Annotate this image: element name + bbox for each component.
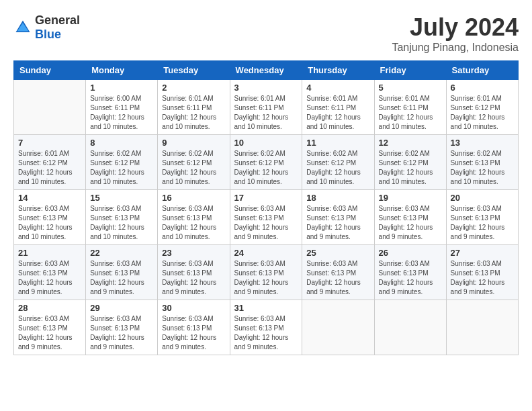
sunset-text: Sunset: 6:13 PM xyxy=(451,214,500,222)
day-info: Sunrise: 6:03 AM Sunset: 6:13 PM Dayligh… xyxy=(306,259,369,297)
daylight-text: Daylight: 12 hours and 10 minutes. xyxy=(18,224,73,240)
day-number: 13 xyxy=(451,138,514,148)
day-number: 31 xyxy=(234,303,298,313)
day-info: Sunrise: 6:02 AM Sunset: 6:12 PM Dayligh… xyxy=(234,149,298,187)
sunset-text: Sunset: 6:13 PM xyxy=(306,214,356,222)
day-number: 27 xyxy=(451,248,514,258)
calendar-week-5: 28 Sunrise: 6:03 AM Sunset: 6:13 PM Dayl… xyxy=(14,300,519,355)
daylight-text: Daylight: 12 hours and 10 minutes. xyxy=(90,169,144,185)
header-monday: Monday xyxy=(86,61,158,80)
daylight-text: Daylight: 12 hours and 10 minutes. xyxy=(306,113,361,130)
logo-icon xyxy=(13,18,32,37)
day-number: 9 xyxy=(162,138,225,148)
daylight-text: Daylight: 12 hours and 10 minutes. xyxy=(162,224,216,240)
daylight-text: Daylight: 12 hours and 9 minutes. xyxy=(451,224,505,240)
day-info: Sunrise: 6:03 AM Sunset: 6:13 PM Dayligh… xyxy=(18,204,81,242)
sunset-text: Sunset: 6:13 PM xyxy=(379,269,429,277)
calendar-cell: 27 Sunrise: 6:03 AM Sunset: 6:13 PM Dayl… xyxy=(446,245,518,300)
daylight-text: Daylight: 12 hours and 10 minutes. xyxy=(306,169,361,185)
sunset-text: Sunset: 6:12 PM xyxy=(234,159,284,167)
day-info: Sunrise: 6:03 AM Sunset: 6:13 PM Dayligh… xyxy=(18,314,81,352)
calendar-table: SundayMondayTuesdayWednesdayThursdayFrid… xyxy=(13,60,519,355)
sunset-text: Sunset: 6:13 PM xyxy=(18,324,68,332)
day-number: 8 xyxy=(90,138,153,148)
sunrise-text: Sunrise: 6:03 AM xyxy=(90,260,141,267)
daylight-text: Daylight: 12 hours and 9 minutes. xyxy=(379,224,433,240)
header-sunday: Sunday xyxy=(14,61,86,80)
calendar-cell: 6 Sunrise: 6:01 AM Sunset: 6:12 PM Dayli… xyxy=(446,80,518,135)
daylight-text: Daylight: 12 hours and 10 minutes. xyxy=(451,169,505,185)
header: General Blue July 2024 Tanjung Pinang, I… xyxy=(13,13,519,54)
day-number: 18 xyxy=(306,193,369,203)
sunrise-text: Sunrise: 6:03 AM xyxy=(18,315,69,322)
sunset-text: Sunset: 6:11 PM xyxy=(162,104,212,111)
calendar-cell: 21 Sunrise: 6:03 AM Sunset: 6:13 PM Dayl… xyxy=(14,245,86,300)
daylight-text: Daylight: 12 hours and 10 minutes. xyxy=(379,113,433,130)
day-info: Sunrise: 6:01 AM Sunset: 6:11 PM Dayligh… xyxy=(306,94,369,132)
calendar-week-4: 21 Sunrise: 6:03 AM Sunset: 6:13 PM Dayl… xyxy=(14,245,519,300)
calendar-cell xyxy=(14,80,86,135)
calendar-cell: 30 Sunrise: 6:03 AM Sunset: 6:13 PM Dayl… xyxy=(158,300,230,355)
sunset-text: Sunset: 6:13 PM xyxy=(451,159,500,167)
calendar-cell: 20 Sunrise: 6:03 AM Sunset: 6:13 PM Dayl… xyxy=(446,190,518,245)
calendar-cell: 14 Sunrise: 6:03 AM Sunset: 6:13 PM Dayl… xyxy=(14,190,86,245)
sunset-text: Sunset: 6:13 PM xyxy=(90,269,140,277)
day-number: 23 xyxy=(162,248,225,258)
calendar-cell: 7 Sunrise: 6:01 AM Sunset: 6:12 PM Dayli… xyxy=(14,135,86,190)
daylight-text: Daylight: 12 hours and 9 minutes. xyxy=(379,279,433,295)
calendar-cell xyxy=(446,300,518,355)
day-number: 29 xyxy=(90,303,153,313)
day-info: Sunrise: 6:03 AM Sunset: 6:13 PM Dayligh… xyxy=(379,204,442,242)
daylight-text: Daylight: 12 hours and 9 minutes. xyxy=(18,334,73,351)
calendar-week-2: 7 Sunrise: 6:01 AM Sunset: 6:12 PM Dayli… xyxy=(14,135,519,190)
day-info: Sunrise: 6:01 AM Sunset: 6:11 PM Dayligh… xyxy=(234,94,298,132)
calendar-cell: 26 Sunrise: 6:03 AM Sunset: 6:13 PM Dayl… xyxy=(374,245,446,300)
day-info: Sunrise: 6:03 AM Sunset: 6:13 PM Dayligh… xyxy=(451,204,514,242)
calendar-cell: 8 Sunrise: 6:02 AM Sunset: 6:12 PM Dayli… xyxy=(86,135,158,190)
day-number: 4 xyxy=(306,83,369,93)
sunset-text: Sunset: 6:12 PM xyxy=(379,159,429,167)
header-friday: Friday xyxy=(374,61,446,80)
sunrise-text: Sunrise: 6:03 AM xyxy=(162,315,213,322)
daylight-text: Daylight: 12 hours and 9 minutes. xyxy=(451,279,505,295)
calendar-cell: 9 Sunrise: 6:02 AM Sunset: 6:12 PM Dayli… xyxy=(158,135,230,190)
sunrise-text: Sunrise: 6:01 AM xyxy=(234,95,285,102)
calendar-cell: 16 Sunrise: 6:03 AM Sunset: 6:13 PM Dayl… xyxy=(158,190,230,245)
day-number: 25 xyxy=(306,248,369,258)
day-info: Sunrise: 6:03 AM Sunset: 6:13 PM Dayligh… xyxy=(451,259,514,297)
day-number: 15 xyxy=(90,193,153,203)
daylight-text: Daylight: 12 hours and 9 minutes. xyxy=(162,279,216,295)
calendar-cell: 4 Sunrise: 6:01 AM Sunset: 6:11 PM Dayli… xyxy=(302,80,374,135)
sunset-text: Sunset: 6:11 PM xyxy=(234,104,284,111)
day-info: Sunrise: 6:01 AM Sunset: 6:12 PM Dayligh… xyxy=(18,149,81,187)
daylight-text: Daylight: 12 hours and 9 minutes. xyxy=(234,334,289,351)
day-info: Sunrise: 6:03 AM Sunset: 6:13 PM Dayligh… xyxy=(234,204,298,242)
calendar-cell: 15 Sunrise: 6:03 AM Sunset: 6:13 PM Dayl… xyxy=(86,190,158,245)
sunrise-text: Sunrise: 6:01 AM xyxy=(451,95,502,102)
sunset-text: Sunset: 6:12 PM xyxy=(306,159,356,167)
sunset-text: Sunset: 6:13 PM xyxy=(451,269,500,277)
calendar-cell: 11 Sunrise: 6:02 AM Sunset: 6:12 PM Dayl… xyxy=(302,135,374,190)
calendar-title: July 2024 xyxy=(392,13,519,42)
sunrise-text: Sunrise: 6:02 AM xyxy=(162,150,213,157)
day-number: 1 xyxy=(90,83,153,93)
calendar-cell: 2 Sunrise: 6:01 AM Sunset: 6:11 PM Dayli… xyxy=(158,80,230,135)
daylight-text: Daylight: 12 hours and 10 minutes. xyxy=(90,224,144,240)
sunrise-text: Sunrise: 6:03 AM xyxy=(451,260,502,267)
day-number: 5 xyxy=(379,83,442,93)
logo-general: General xyxy=(35,13,80,27)
calendar-cell xyxy=(302,300,374,355)
day-number: 12 xyxy=(379,138,442,148)
sunset-text: Sunset: 6:13 PM xyxy=(90,214,140,222)
day-info: Sunrise: 6:03 AM Sunset: 6:13 PM Dayligh… xyxy=(90,259,153,297)
daylight-text: Daylight: 12 hours and 10 minutes. xyxy=(162,113,216,130)
day-info: Sunrise: 6:03 AM Sunset: 6:13 PM Dayligh… xyxy=(306,204,369,242)
sunset-text: Sunset: 6:13 PM xyxy=(90,324,140,332)
day-info: Sunrise: 6:03 AM Sunset: 6:13 PM Dayligh… xyxy=(18,259,81,297)
header-saturday: Saturday xyxy=(446,61,518,80)
sunset-text: Sunset: 6:12 PM xyxy=(451,104,500,111)
day-number: 11 xyxy=(306,138,369,148)
day-number: 30 xyxy=(162,303,225,313)
sunrise-text: Sunrise: 6:03 AM xyxy=(234,205,285,212)
sunrise-text: Sunrise: 6:01 AM xyxy=(306,95,357,102)
